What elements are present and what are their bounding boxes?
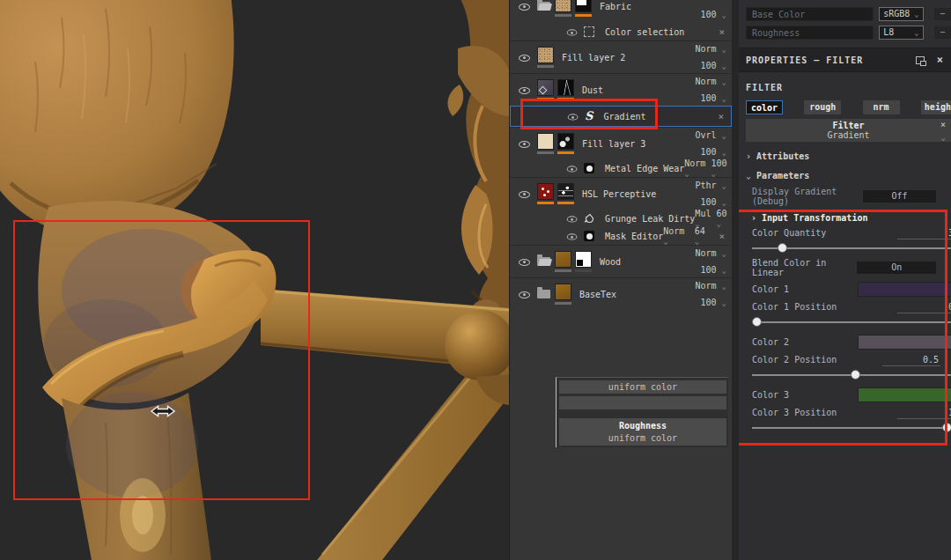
- opacity-select[interactable]: 100 ⌄: [711, 158, 726, 178]
- remove-effect-icon[interactable]: ×: [717, 231, 726, 242]
- blend-mode-select[interactable]: Mul ⌄: [695, 209, 711, 228]
- parameter-slider[interactable]: [752, 316, 951, 328]
- opacity-select[interactable]: 100 ⌄: [695, 197, 726, 207]
- panel-divider[interactable]: [732, 0, 739, 560]
- visibility-eye-icon[interactable]: [519, 52, 531, 63]
- color-swatch[interactable]: [858, 335, 951, 350]
- layer-thumbnail[interactable]: [537, 133, 554, 154]
- thumbnail-speckle: [537, 47, 554, 63]
- visibility-eye-icon[interactable]: [519, 289, 531, 300]
- display-gradient-debug-toggle[interactable]: Off: [863, 190, 936, 203]
- restore-window-icon[interactable]: [916, 56, 925, 64]
- layer-thumbnail[interactable]: [575, 0, 592, 17]
- parameter-slider[interactable]: [752, 422, 951, 433]
- tab-height[interactable]: height: [921, 100, 951, 114]
- channel-name-field[interactable]: Roughness: [746, 26, 874, 40]
- layer-row-basetex[interactable]: BaseTexNorm ⌄100 ⌄: [510, 277, 732, 310]
- tab-rough[interactable]: rough: [804, 100, 841, 114]
- layer-thumbnail[interactable]: [555, 251, 571, 272]
- layer-thumbnail[interactable]: [557, 183, 574, 204]
- parameter-slider[interactable]: [752, 242, 951, 254]
- blend-mode-select[interactable]: Pthr ⌄: [695, 181, 726, 190]
- channel-name-field[interactable]: Base Color: [746, 7, 874, 21]
- layer-thumbnail[interactable]: [537, 183, 554, 204]
- layer-row-fill-layer-3[interactable]: Fill layer 3Ovrl ⌄100 ⌄: [510, 127, 732, 159]
- visibility-eye-icon[interactable]: [567, 213, 579, 224]
- material-preview-popup: uniform color Roughness uniform color: [556, 377, 728, 447]
- tab-color[interactable]: color: [746, 100, 783, 114]
- tab-nrm[interactable]: nrm: [863, 100, 900, 114]
- filter-slot[interactable]: Filter Gradient × ⌄: [746, 119, 951, 142]
- parameter-value[interactable]: 1: [897, 408, 951, 419]
- visibility-eye-icon[interactable]: [568, 111, 579, 122]
- effect-row-color-selection[interactable]: Color selection×: [510, 23, 732, 41]
- input-transformation-header[interactable]: ›Input Transformation: [751, 213, 951, 223]
- color-swatch[interactable]: [858, 282, 951, 297]
- remove-channel-button[interactable]: −: [934, 8, 951, 20]
- filter-clear-icon[interactable]: ×: [940, 120, 946, 129]
- color-swatch[interactable]: [858, 387, 951, 402]
- slider-handle[interactable]: [851, 370, 860, 379]
- thumbnail-scratches: [557, 79, 574, 96]
- visibility-eye-icon[interactable]: [519, 85, 531, 96]
- blend-mode-select[interactable]: Norm ⌄: [695, 44, 726, 54]
- effect-row-grunge-leak-dirty[interactable]: Grunge Leak DirtyMul ⌄60 ⌄×: [510, 210, 732, 227]
- visibility-eye-icon[interactable]: [567, 26, 579, 37]
- layer-thumbnail[interactable]: [537, 47, 554, 68]
- opacity-select[interactable]: 100 ⌄: [695, 93, 726, 103]
- channel-format-select[interactable]: sRGB8⌄: [879, 7, 924, 21]
- remove-effect-icon[interactable]: ×: [716, 111, 726, 122]
- opacity-select[interactable]: 64 ⌄: [695, 226, 712, 246]
- parameter-value[interactable]: 3: [897, 228, 951, 239]
- layer-thumbnail[interactable]: [557, 133, 574, 154]
- attributes-section-toggle[interactable]: ›Attributes: [746, 151, 951, 161]
- visibility-eye-icon[interactable]: [519, 188, 531, 200]
- display-gradient-debug-row: Display Gradient (Debug) Off: [752, 187, 951, 206]
- slider-handle[interactable]: [752, 317, 762, 327]
- opacity-select[interactable]: 60 ⌄: [716, 209, 726, 228]
- parameter-value[interactable]: 0: [897, 302, 951, 313]
- blend-mode-select[interactable]: Norm ⌄: [695, 248, 726, 258]
- parameter-value[interactable]: 0.5: [882, 355, 940, 366]
- layer-row-wood[interactable]: WoodNorm ⌄100 ⌄: [510, 245, 732, 277]
- blend-mode-select[interactable]: Norm ⌄: [684, 158, 705, 178]
- opacity-select[interactable]: 100 ⌄: [695, 298, 726, 307]
- parameters-section-toggle[interactable]: ⌄Parameters: [746, 171, 951, 181]
- blend-mode-select[interactable]: Norm ⌄: [695, 281, 726, 291]
- visibility-eye-icon[interactable]: [567, 231, 579, 241]
- visibility-eye-icon[interactable]: [567, 163, 579, 173]
- layer-row-dust[interactable]: DustNorm ⌄100 ⌄: [510, 73, 732, 106]
- visibility-eye-icon[interactable]: [519, 138, 531, 150]
- channel-format-select[interactable]: L8⌄: [879, 26, 924, 40]
- effect-name: Gradient: [603, 112, 645, 122]
- layer-row-fabric[interactable]: Fabric100 ⌄: [510, 0, 732, 23]
- effect-row-gradient[interactable]: SGradient×: [510, 106, 732, 127]
- opacity-select[interactable]: 100 ⌄: [695, 265, 726, 275]
- opacity-select[interactable]: 100 ⌄: [695, 147, 726, 157]
- slider-handle[interactable]: [942, 423, 951, 432]
- blend-mode-select[interactable]: Norm ⌄: [663, 226, 689, 246]
- effect-row-mask-editor[interactable]: Mask EditorNorm ⌄64 ⌄×: [510, 227, 732, 245]
- remove-effect-icon[interactable]: ×: [717, 26, 726, 38]
- opacity-select[interactable]: 100 ⌄: [695, 61, 726, 70]
- layer-thumbnail[interactable]: [555, 0, 571, 17]
- slider-handle[interactable]: [778, 243, 787, 253]
- blend-mode-select[interactable]: Norm ⌄: [695, 77, 726, 86]
- layer-row-hsl-perceptive[interactable]: HSL PerceptivePthr ⌄100 ⌄: [510, 177, 732, 210]
- opacity-select[interactable]: 100 ⌄: [700, 10, 726, 19]
- layer-thumbnail[interactable]: [575, 251, 592, 272]
- close-panel-icon[interactable]: ×: [937, 54, 944, 66]
- layer-thumbnail[interactable]: [557, 79, 574, 100]
- parameter-toggle[interactable]: On: [857, 262, 936, 274]
- layer-thumbnail[interactable]: [555, 284, 571, 305]
- layer-thumbnail[interactable]: [537, 79, 554, 100]
- remove-channel-button[interactable]: −: [934, 26, 951, 39]
- layer-row-fill-layer-2[interactable]: Fill layer 2Norm ⌄100 ⌄: [510, 41, 732, 73]
- effect-row-metal-edge-wear[interactable]: Metal Edge WearNorm ⌄100 ⌄×: [510, 159, 732, 177]
- layers-panel: Fabric100 ⌄Color selection×Fill layer 2N…: [509, 0, 732, 560]
- parameter-slider[interactable]: [752, 369, 951, 380]
- blend-mode-select[interactable]: Ovrl ⌄: [695, 130, 726, 140]
- viewport-3d[interactable]: [0, 0, 509, 560]
- visibility-eye-icon[interactable]: [519, 1, 531, 12]
- visibility-eye-icon[interactable]: [519, 256, 531, 268]
